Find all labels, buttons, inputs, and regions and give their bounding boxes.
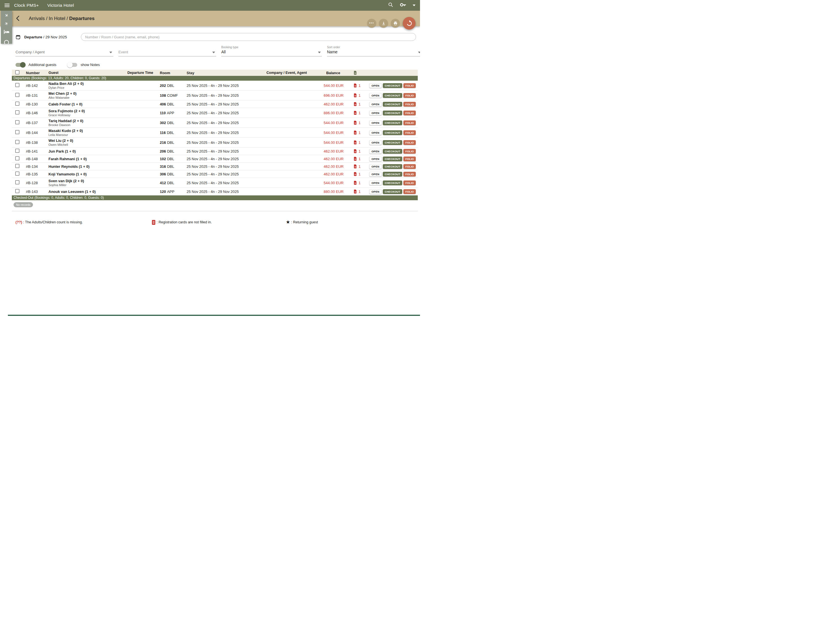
guest-name: Mei Chen (2 + 0) [49,91,128,96]
registration-cards-cell[interactable]: 1 [346,157,366,161]
open-button[interactable]: OPEN [369,181,382,185]
more-options-button[interactable]: ••• [367,19,376,28]
back-button[interactable] [15,15,21,23]
row-checkbox[interactable] [15,156,19,160]
checkout-button[interactable]: CHECKOUT [383,189,402,194]
folio-button[interactable]: FOLIO [403,120,416,125]
checkout-button[interactable]: CHECKOUT [383,102,402,107]
folio-button[interactable]: FOLIO [403,102,416,107]
open-button[interactable]: OPEN [369,130,382,135]
registration-cards-cell[interactable]: 1 [346,181,366,185]
print-button[interactable] [391,19,400,28]
row-checkbox[interactable] [15,101,19,106]
account-caret-icon[interactable] [413,5,415,6]
open-button[interactable]: OPEN [369,157,382,161]
select-all-checkbox[interactable] [15,70,19,74]
row-checkbox[interactable] [15,171,19,176]
room-number: 406 [160,102,166,106]
row-checkbox[interactable] [15,83,19,87]
breadcrumb-in-hotel[interactable]: In Hotel [49,16,65,21]
row-checkbox[interactable] [15,180,19,184]
stay-dates: 25 Nov 2025 - 4n - 29 Nov 2025 [186,84,265,88]
download-button[interactable] [379,19,388,28]
registration-cards-cell[interactable]: 1 [346,111,366,115]
checkout-button[interactable]: CHECKOUT [383,140,402,145]
checkout-button[interactable]: CHECKOUT [383,149,402,154]
folio-button[interactable]: FOLIO [403,130,416,135]
open-button[interactable]: OPEN [369,189,382,194]
search-icon[interactable] [388,2,393,9]
refresh-button[interactable] [403,17,415,30]
folio-button[interactable]: FOLIO [403,181,416,185]
bed-icon[interactable] [3,29,9,36]
open-button[interactable]: OPEN [369,120,382,125]
folio-button[interactable]: FOLIO [403,189,416,194]
open-button[interactable]: OPEN [369,93,382,98]
registration-cards-cell[interactable]: 1 [346,84,366,88]
balance-amount: 462.00 EUR [308,102,346,106]
checkout-button[interactable]: CHECKOUT [383,83,402,88]
folio-button[interactable]: FOLIO [403,140,416,145]
registration-cards-cell[interactable]: 1 [346,121,366,125]
folio-button[interactable]: FOLIO [403,172,416,177]
row-checkbox[interactable] [15,189,19,193]
folio-button[interactable]: FOLIO [403,164,416,169]
sort-order-select[interactable]: Sort order Name [327,45,420,56]
open-button[interactable]: OPEN [369,149,382,154]
event-select[interactable]: Event [118,45,216,56]
clipped-nav-icon[interactable] [3,39,9,44]
menu-icon[interactable] [5,4,9,7]
company-agent-select[interactable]: Company / Agent [16,45,113,56]
checkout-button[interactable]: CHECKOUT [383,130,402,135]
checkout-button[interactable]: CHECKOUT [383,157,402,161]
open-button[interactable]: OPEN [369,102,382,107]
registration-cards-cell[interactable]: 1 [346,172,366,176]
booking-number: #B-135 [23,172,49,176]
row-checkbox[interactable] [15,149,19,153]
booking-number: #B-130 [23,102,49,106]
plane-takeoff-icon[interactable]: ✈ [3,21,9,26]
open-button[interactable]: OPEN [369,140,382,145]
open-button[interactable]: OPEN [369,164,382,169]
key-icon[interactable] [400,2,406,9]
checkout-button[interactable]: CHECKOUT [383,172,402,177]
checkout-button[interactable]: CHECKOUT [383,164,402,169]
registration-cards-cell[interactable]: 1 [346,190,366,194]
registration-cards-cell[interactable]: 1 [346,141,366,145]
row-checkbox[interactable] [15,164,19,168]
show-notes-toggle[interactable] [68,63,77,67]
folio-button[interactable]: FOLIO [403,157,416,161]
registration-cards-cell[interactable]: 1 [346,102,366,106]
horizontal-scrollbar[interactable] [8,315,420,316]
checkout-button[interactable]: CHECKOUT [383,93,402,98]
registration-cards-cell[interactable]: 1 [346,131,366,135]
checkout-button[interactable]: CHECKOUT [383,111,402,116]
balance-amount: 544.00 EUR [308,181,346,185]
checkout-button[interactable]: CHECKOUT [383,120,402,125]
folio-button[interactable]: FOLIO [403,83,416,88]
folio-button[interactable]: FOLIO [403,93,416,98]
registration-cards-cell[interactable]: 1 [346,93,366,98]
row-checkbox[interactable] [15,110,19,114]
checkout-button[interactable]: CHECKOUT [383,181,402,185]
room-number: 116 [160,131,166,135]
open-button[interactable]: OPEN [369,111,382,116]
date-filter[interactable]: Departure / 29 Nov 2025 [16,35,81,40]
registration-cards-cell[interactable]: 1 [346,149,366,154]
row-checkbox[interactable] [15,130,19,134]
row-checkbox[interactable] [15,120,19,124]
table-row: #B-134 Hunter Reynolds (1 + 0) 316DBL 25… [12,163,418,170]
breadcrumb-arrivals[interactable]: Arrivals [29,16,45,21]
search-input[interactable] [81,33,416,41]
registration-cards-cell[interactable]: 1 [346,165,366,169]
folio-button[interactable]: FOLIO [403,111,416,116]
folio-button[interactable]: FOLIO [403,149,416,154]
open-button[interactable]: OPEN [369,172,382,177]
booking-type-select[interactable]: Booking type All [221,45,322,56]
additional-guests-toggle[interactable] [16,63,25,67]
open-button[interactable]: OPEN [369,83,382,88]
plane-landing-icon[interactable]: ✈ [3,13,9,18]
row-checkbox[interactable] [15,140,19,144]
table-row: #B-138 Wei Liu (2 + 0) Owen Mitchell 216… [12,138,418,147]
row-checkbox[interactable] [15,93,19,97]
